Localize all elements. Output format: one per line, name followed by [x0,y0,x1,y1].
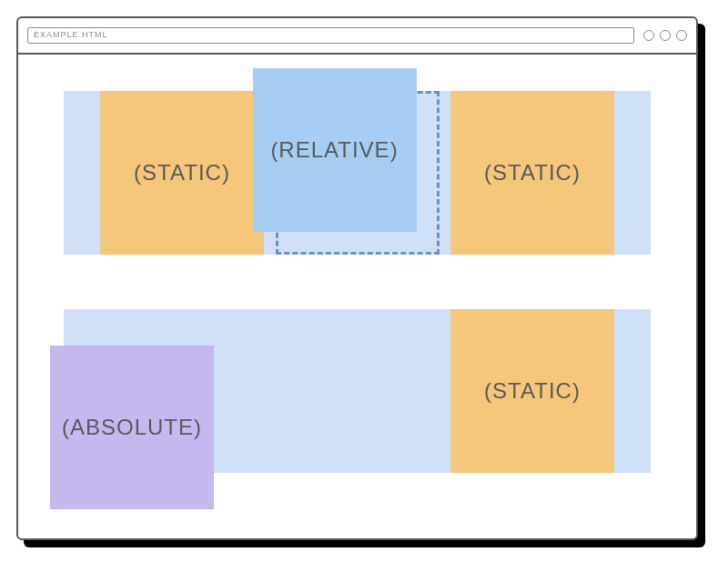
empty-slot-center [276,309,440,473]
window-controls [643,30,687,41]
browser-chrome: EXAMPLE.HTML [18,18,696,55]
window-control-dot[interactable] [643,30,654,41]
static-box-left: (STATIC) [100,91,264,255]
absolute-box: (ABSOLUTE) [50,346,214,509]
window-control-dot[interactable] [676,30,687,41]
static-box-right: (STATIC) [450,91,614,255]
address-bar[interactable]: EXAMPLE.HTML [27,27,634,44]
relative-original-position: (RELATIVE) [276,91,440,255]
browser-window: EXAMPLE.HTML (STATIC) (RELATIVE) (STATIC… [16,16,698,540]
row-1-container: (STATIC) (RELATIVE) (STATIC) [64,91,651,255]
row-2-container: (STATIC) (ABSOLUTE) [64,309,651,473]
window-control-dot[interactable] [660,30,671,41]
static-box-right-2: (STATIC) [450,309,614,473]
browser-viewport: (STATIC) (RELATIVE) (STATIC) (STATIC) (A… [18,55,696,538]
diagram-stage: EXAMPLE.HTML (STATIC) (RELATIVE) (STATIC… [0,0,728,562]
relative-box: (RELATIVE) [253,68,417,232]
